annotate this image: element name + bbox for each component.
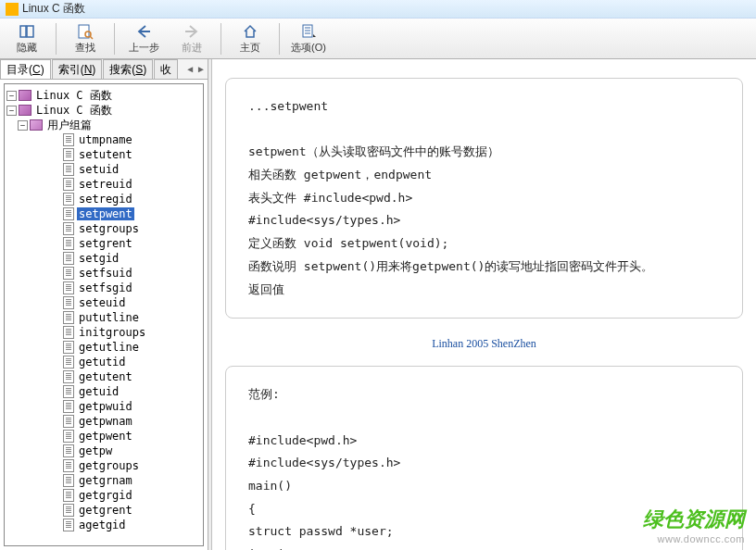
tree-item[interactable]: getutent bbox=[51, 369, 201, 384]
separator bbox=[56, 23, 57, 55]
find-button[interactable]: 查找 bbox=[64, 20, 107, 57]
tree-item[interactable]: getgrgid bbox=[51, 488, 201, 503]
book-icon bbox=[19, 105, 32, 116]
back-button[interactable]: 上一步 bbox=[122, 20, 165, 57]
tree-item[interactable]: getgroups bbox=[51, 458, 201, 473]
tree-item[interactable]: initgroups bbox=[51, 325, 201, 340]
tree-label: getgrnam bbox=[77, 474, 134, 487]
tree-item[interactable]: utmpname bbox=[51, 132, 201, 147]
tree-label: getutline bbox=[77, 341, 141, 354]
tree-item[interactable]: setutent bbox=[51, 147, 201, 162]
tree-item[interactable]: setfsgid bbox=[51, 281, 201, 295]
code-line: struct passwd *user; bbox=[248, 520, 720, 544]
tab-search[interactable]: 搜索(S) bbox=[103, 59, 153, 79]
tab-index[interactable]: 索引(N) bbox=[52, 59, 103, 79]
twist-none bbox=[51, 328, 61, 338]
twist-none bbox=[51, 431, 61, 442]
page-icon bbox=[63, 267, 74, 280]
tree-item[interactable]: setreuid bbox=[51, 177, 201, 192]
tree-item[interactable]: setgrent bbox=[51, 236, 201, 251]
tree-label: getpwuid bbox=[77, 400, 134, 413]
tree-item[interactable]: setuid bbox=[51, 162, 201, 177]
tree-item[interactable]: agetgid bbox=[51, 518, 201, 532]
tree-item[interactable]: setfsuid bbox=[51, 266, 201, 281]
tree-label: setpwent bbox=[77, 207, 134, 220]
page-icon bbox=[63, 356, 74, 369]
collapse-icon[interactable]: − bbox=[6, 106, 17, 116]
tree-label: utmpname bbox=[77, 133, 134, 146]
tree-item[interactable]: getpw bbox=[51, 444, 201, 458]
tree-item[interactable]: −Linux C 函数 bbox=[6, 88, 201, 103]
page-icon bbox=[63, 385, 74, 398]
tree-item[interactable]: setpwent bbox=[51, 206, 201, 221]
back-icon bbox=[135, 23, 152, 40]
twist-none bbox=[51, 180, 61, 190]
doc-line: 表头文件 #include<pwd.h> bbox=[248, 187, 720, 210]
doc-line: 相关函数 getpwent，endpwent bbox=[248, 164, 720, 187]
page-icon bbox=[63, 296, 74, 309]
twist-none bbox=[51, 135, 61, 145]
page-icon bbox=[63, 400, 74, 413]
toc-tree[interactable]: −Linux C 函数−Linux C 函数−用户组篇utmpnamesetut… bbox=[4, 83, 204, 546]
forward-icon bbox=[183, 23, 200, 40]
twist-none bbox=[51, 402, 61, 412]
tab-scroll[interactable]: ◄► bbox=[183, 59, 208, 79]
page-icon bbox=[63, 311, 74, 324]
author-link[interactable]: Linhan 2005 ShenZhen bbox=[432, 337, 536, 350]
example-card: 范例: #include<pwd.h> #include<sys/types.h… bbox=[225, 366, 743, 550]
sidebar-tabs: 目录(C) 索引(N) 搜索(S) 收 ◄► bbox=[0, 59, 208, 80]
tab-toc[interactable]: 目录(C) bbox=[0, 59, 51, 79]
twist-none bbox=[51, 446, 61, 456]
tree-item[interactable]: getpwnam bbox=[51, 414, 201, 429]
tree-item[interactable]: getgrnam bbox=[51, 473, 201, 488]
tree-item[interactable]: seteuid bbox=[51, 295, 201, 310]
tab-fav[interactable]: 收 bbox=[154, 59, 178, 79]
tree-item[interactable]: setgid bbox=[51, 251, 201, 266]
tree-label: Linux C 函数 bbox=[34, 103, 114, 119]
twist-none bbox=[51, 165, 61, 175]
twist-none bbox=[51, 476, 61, 486]
doc-line: setpwent（从头读取密码文件中的账号数据） bbox=[248, 141, 720, 164]
tree-item[interactable]: getpwuid bbox=[51, 399, 201, 414]
home-button[interactable]: 主页 bbox=[229, 20, 271, 57]
twist-none bbox=[51, 417, 61, 427]
twist-none bbox=[51, 343, 61, 353]
tree-item[interactable]: getpwent bbox=[51, 429, 201, 444]
chevron-left-icon: ◄ bbox=[185, 64, 195, 74]
tree-item[interactable]: pututline bbox=[51, 310, 201, 325]
hide-button[interactable]: 隐藏 bbox=[6, 20, 48, 57]
options-button[interactable]: 选项(O) bbox=[287, 20, 330, 57]
twist-none bbox=[51, 357, 61, 368]
page-icon bbox=[63, 474, 74, 487]
svg-rect-0 bbox=[20, 26, 26, 37]
page-icon bbox=[63, 133, 74, 146]
twist-none bbox=[51, 387, 61, 397]
content-pane[interactable]: ...setpwent setpwent（从头读取密码文件中的账号数据） 相关函… bbox=[212, 59, 756, 550]
tree-item[interactable]: −Linux C 函数 bbox=[6, 103, 201, 118]
page-icon bbox=[63, 148, 74, 161]
svg-rect-1 bbox=[27, 26, 33, 37]
app-icon bbox=[6, 3, 19, 16]
tree-item[interactable]: getuid bbox=[51, 384, 201, 399]
collapse-icon[interactable]: − bbox=[6, 91, 17, 101]
tree-label: seteuid bbox=[77, 296, 128, 309]
collapse-icon[interactable]: − bbox=[18, 120, 28, 131]
doc-line: 函数说明 setpwent()用来将getpwent()的读写地址指回密码文件开… bbox=[248, 256, 720, 279]
page-icon bbox=[63, 444, 74, 457]
tree-item[interactable]: setregid bbox=[51, 192, 201, 206]
tree-label: getgrent bbox=[77, 504, 134, 517]
twist-none bbox=[51, 520, 61, 531]
tree-item[interactable]: −用户组篇 bbox=[18, 118, 201, 132]
page-icon bbox=[63, 252, 74, 265]
tree-label: getpwent bbox=[77, 430, 134, 443]
code-line: int i; bbox=[248, 544, 720, 550]
tree-item[interactable]: getgrent bbox=[51, 503, 201, 518]
tree-item[interactable]: getutid bbox=[51, 355, 201, 369]
tree-item[interactable]: setgroups bbox=[51, 221, 201, 236]
tree-item[interactable]: getutline bbox=[51, 340, 201, 355]
page-icon bbox=[63, 341, 74, 354]
page-icon bbox=[63, 237, 74, 250]
page-icon bbox=[63, 519, 74, 531]
example-title: 范例: bbox=[248, 383, 720, 406]
tree-label: getpw bbox=[77, 444, 114, 457]
